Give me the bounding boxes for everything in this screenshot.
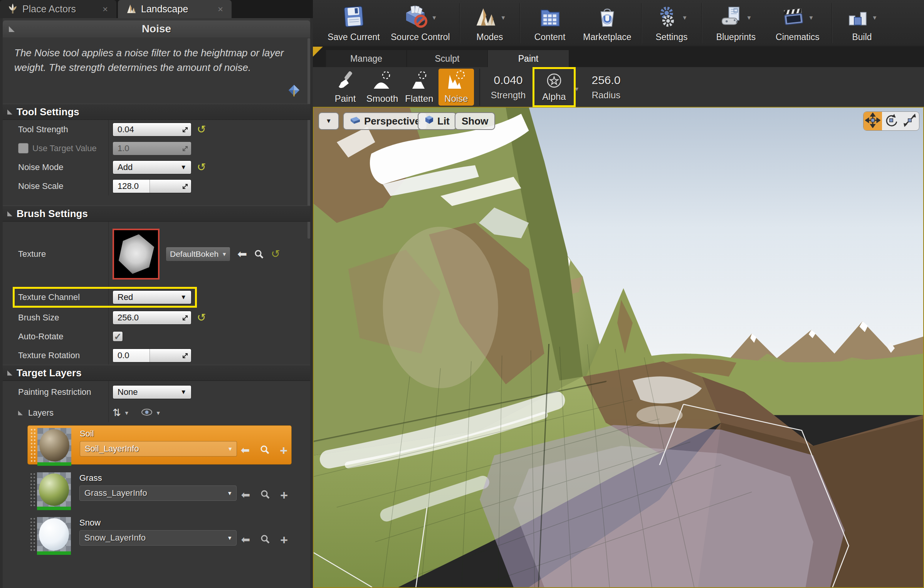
chevron-down-icon[interactable]: ▼ <box>808 14 814 21</box>
section-tool-settings[interactable]: Tool Settings <box>3 104 310 120</box>
chevron-down-icon[interactable]: ▼ <box>432 14 437 21</box>
chevron-down-icon[interactable]: ▼ <box>682 14 688 21</box>
layer-row-grass[interactable]: Grass Grass_LayerInfo ▼ ⬅ + <box>27 470 292 509</box>
spinbox-drag-icon[interactable] <box>182 183 188 190</box>
marketplace-button[interactable]: Marketplace <box>576 3 638 42</box>
browse-asset-icon[interactable] <box>260 489 270 501</box>
marketplace-icon <box>596 5 618 30</box>
move-tool-button[interactable] <box>864 112 882 130</box>
collapse-triangle-icon[interactable] <box>18 411 23 415</box>
save-current-button[interactable]: Save Current <box>323 3 385 42</box>
chevron-down-icon[interactable]: ▼ <box>124 410 129 416</box>
content-button[interactable]: Content <box>523 3 576 42</box>
brush-texture-thumbnail[interactable] <box>113 229 160 280</box>
use-selected-asset-icon[interactable]: ⬅ <box>241 534 250 545</box>
tool-noise[interactable]: Noise <box>438 69 474 106</box>
browse-asset-icon[interactable] <box>254 249 264 259</box>
layer-info-name: Soil_LayerInfo <box>85 444 139 454</box>
tab-place-actors[interactable]: Place Actors × <box>0 0 116 18</box>
flatten-tool-icon <box>409 71 429 92</box>
drag-handle[interactable] <box>30 472 36 507</box>
blueprints-button[interactable]: ▼ Blueprints <box>705 3 767 42</box>
noise-mode-dropdown[interactable]: Add ▼ <box>113 160 192 174</box>
reset-to-default-icon[interactable]: ↺ <box>197 312 206 323</box>
rotate-tool-button[interactable] <box>882 112 900 130</box>
use-selected-asset-icon[interactable]: ⬅ <box>241 445 250 456</box>
layer-thumbnail[interactable] <box>37 472 71 507</box>
browse-asset-icon[interactable] <box>260 534 270 546</box>
lit-label: Lit <box>437 115 450 127</box>
tool-flatten[interactable]: Flatten <box>402 69 437 106</box>
chevron-down-icon[interactable]: ▼ <box>872 14 878 21</box>
landscape-panel: Place Actors × Landscape × Noise The Noi… <box>0 0 313 588</box>
spinbox-drag-icon[interactable] <box>182 352 188 359</box>
show-button[interactable]: Show <box>455 112 495 130</box>
tool-paint[interactable]: Paint <box>328 69 363 106</box>
auto-rotate-checkbox[interactable]: ✓ <box>113 331 123 342</box>
spinbox-drag-icon[interactable] <box>182 315 188 321</box>
reset-to-default-icon[interactable]: ↺ <box>197 124 206 135</box>
alpha-brush-button[interactable]: ▼ Alpha <box>534 68 574 106</box>
sort-layers-icon[interactable]: ⇅ <box>113 407 121 419</box>
layer-thumbnail[interactable] <box>37 517 71 552</box>
section-target-layers[interactable]: Target Layers <box>3 365 310 381</box>
row-noise-mode: Noise Mode Add ▼ ↺ <box>3 158 310 177</box>
painting-restriction-dropdown[interactable]: None ▼ <box>113 385 192 399</box>
use-selected-asset-icon[interactable]: ⬅ <box>237 248 247 260</box>
tool-smooth[interactable]: Smooth <box>365 69 400 106</box>
chevron-down-icon[interactable]: ▼ <box>501 14 506 21</box>
create-layer-info-icon[interactable]: + <box>280 489 288 502</box>
layer-info-combo[interactable]: Soil_LayerInfo ▼ <box>80 441 237 457</box>
noise-header[interactable]: Noise <box>3 20 310 37</box>
use-selected-asset-icon[interactable]: ⬅ <box>241 490 250 500</box>
collapse-triangle-icon[interactable] <box>9 26 15 32</box>
create-layer-info-icon[interactable]: + <box>280 444 287 457</box>
chevron-down-icon[interactable]: ▼ <box>156 410 161 416</box>
texture-asset-combo[interactable]: DefaultBokeh ▼ <box>166 247 230 261</box>
source-control-button[interactable]: ▼ Source Control <box>385 3 456 42</box>
close-icon[interactable]: × <box>215 4 225 15</box>
viewport-options-button[interactable]: ▼ <box>318 112 339 130</box>
tutorial-icon[interactable] <box>288 84 300 101</box>
modes-button[interactable]: ▼ Modes <box>463 3 516 42</box>
browse-asset-icon[interactable] <box>260 445 270 456</box>
tab-landscape[interactable]: Landscape × <box>118 0 232 18</box>
layer-info-combo[interactable]: Grass_LayerInfo ▼ <box>79 485 237 501</box>
layer-info-combo[interactable]: Snow_LayerInfo ▼ <box>79 530 237 546</box>
spinbox-drag-icon[interactable] <box>182 126 188 133</box>
use-target-value-checkbox[interactable] <box>18 143 29 153</box>
settings-button[interactable]: ▼ Settings <box>645 3 698 42</box>
layer-thumbnail[interactable] <box>37 428 71 463</box>
drag-handle[interactable] <box>30 517 36 552</box>
drag-handle[interactable] <box>30 428 37 462</box>
tab-sculpt[interactable]: Sculpt <box>407 50 488 67</box>
panel-fold-corner <box>313 47 323 57</box>
create-layer-info-icon[interactable]: + <box>280 533 288 546</box>
perspective-button[interactable]: Perspective <box>343 112 427 130</box>
layer-row-soil[interactable]: Soil Soil_LayerInfo ▼ ⬅ + <box>27 425 292 465</box>
layer-name: Grass <box>79 473 238 483</box>
section-title: Tool Settings <box>17 106 79 118</box>
noise-scale-input[interactable]: 128.0 <box>113 179 192 193</box>
brush-size-input[interactable]: 256.0 <box>113 311 192 325</box>
close-icon[interactable]: × <box>100 4 110 15</box>
reset-to-default-icon[interactable]: ↺ <box>271 249 280 259</box>
scale-tool-button[interactable] <box>900 112 919 130</box>
tab-manage[interactable]: Manage <box>326 50 407 67</box>
soil-sphere-preview <box>39 429 69 462</box>
texture-rotation-input[interactable]: 0.0 <box>113 349 192 362</box>
layer-visibility-eye-icon[interactable] <box>141 408 153 418</box>
cinematics-button[interactable]: ▼ Cinematics <box>767 3 828 42</box>
tool-strength-input[interactable]: 0.04 <box>113 123 192 136</box>
chevron-down-icon[interactable]: ▼ <box>746 14 752 21</box>
layer-row-snow[interactable]: Snow Snow_LayerInfo ▼ ⬅ + <box>27 515 292 554</box>
texture-channel-dropdown[interactable]: Red ▼ <box>113 290 192 304</box>
modes-icon <box>474 5 497 30</box>
reset-to-default-icon[interactable]: ↺ <box>197 162 206 173</box>
chevron-down-icon[interactable]: ▼ <box>574 86 580 92</box>
lit-button[interactable]: Lit <box>418 112 457 130</box>
tab-paint[interactable]: Paint <box>488 50 569 67</box>
build-button[interactable]: ▼ Build <box>835 3 889 42</box>
viewport[interactable]: ▼ Perspective Lit Show <box>313 107 924 588</box>
section-brush-settings[interactable]: Brush Settings <box>3 206 310 222</box>
